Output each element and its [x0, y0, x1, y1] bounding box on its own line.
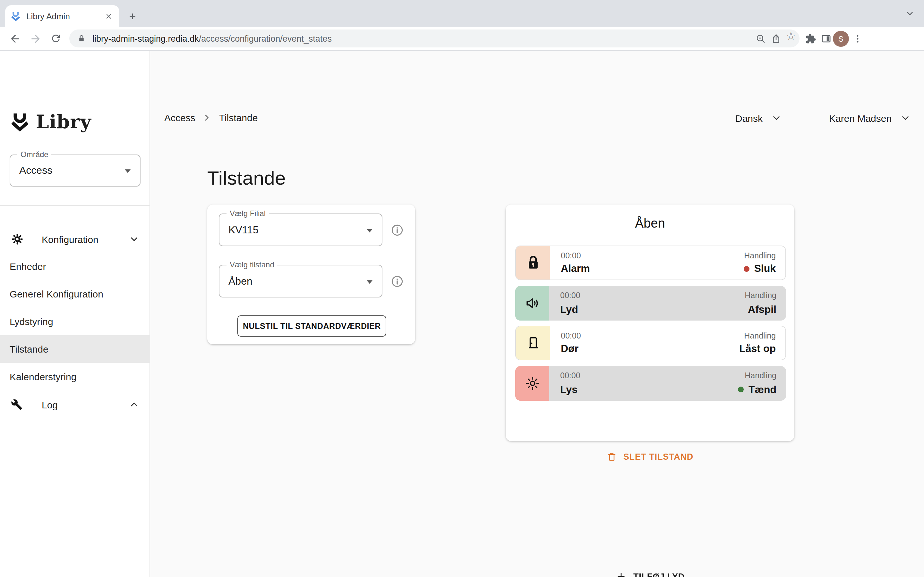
sidebar-item-tilstande[interactable]: Tilstande: [0, 335, 150, 363]
tab-title: Libry Admin: [26, 11, 103, 21]
sidebar-group-log[interactable]: Log: [0, 394, 150, 416]
libry-logo-icon: [9, 112, 31, 131]
state-card: Åben 00:00AlarmHandlingSluk00:00LydHandl…: [506, 205, 795, 441]
action-value: Sluk: [744, 263, 776, 274]
branch-info-icon[interactable]: [390, 223, 404, 237]
event-info: 00:00Lys: [549, 366, 738, 400]
zoom-out-icon[interactable]: [755, 33, 766, 44]
event-time: 00:00: [560, 371, 738, 380]
chevron-down-icon: [771, 112, 782, 124]
sidebar-item-generel-konfiguration[interactable]: Generel Konfiguration: [0, 281, 150, 306]
delete-state-button[interactable]: SLET TILSTAND: [506, 448, 795, 465]
event-rows: 00:00AlarmHandlingSluk00:00LydHandlingAf…: [515, 245, 786, 406]
event-time: 00:00: [561, 332, 739, 340]
language-selector[interactable]: Dansk: [735, 112, 782, 124]
extensions-icon[interactable]: [805, 33, 816, 44]
caret-down-icon: [363, 223, 376, 237]
sidebar-item-kalenderstyring[interactable]: Kalenderstyring: [0, 364, 150, 389]
area-select-value: Access: [19, 165, 52, 176]
tab-close-icon[interactable]: [103, 10, 114, 22]
share-icon[interactable]: [771, 33, 782, 44]
reload-icon[interactable]: [50, 33, 62, 45]
status-dot: [744, 266, 750, 271]
branch-select[interactable]: Vælg Filial KV115: [219, 213, 383, 246]
browser-menu-icon[interactable]: [852, 33, 863, 44]
wrench-icon: [11, 399, 23, 410]
new-tab-icon[interactable]: [124, 8, 140, 24]
branch-select-value: KV115: [228, 224, 258, 235]
action-label: Handling: [745, 291, 776, 300]
event-action: HandlingLåst op: [739, 326, 785, 359]
action-label: Handling: [744, 332, 776, 340]
back-icon[interactable]: [9, 33, 21, 45]
event-time: 00:00: [561, 251, 744, 260]
action-value: Tænd: [738, 384, 776, 395]
tab-search-chevron-icon[interactable]: [905, 8, 915, 19]
url-text[interactable]: libry-admin-staging.redia.dk/access/conf…: [92, 34, 332, 43]
caret-down-icon: [121, 163, 135, 177]
chevron-down-icon: [128, 234, 140, 245]
event-row-lys[interactable]: 00:00LysHandlingTænd: [515, 366, 786, 400]
event-info: 00:00Dør: [550, 326, 739, 359]
lock-icon: [516, 246, 550, 279]
sidebar: Libry Område Access Konfiguration Enhede…: [0, 51, 150, 577]
breadcrumb-access[interactable]: Access: [164, 112, 195, 123]
libry-favicon: [10, 11, 21, 21]
app-content: Libry Område Access Konfiguration Enhede…: [0, 51, 924, 577]
action-value: Låst op: [739, 343, 776, 355]
event-time: 00:00: [560, 291, 745, 300]
reset-defaults-button[interactable]: NULSTIL TIL STANDARDVÆRDIER: [237, 316, 386, 337]
event-name: Dør: [561, 343, 739, 355]
event-row-alarm[interactable]: 00:00AlarmHandlingSluk: [515, 245, 786, 280]
add-sound-button[interactable]: TILFØJ LYD: [506, 567, 795, 577]
event-row-lyd[interactable]: 00:00LydHandlingAfspil: [515, 285, 786, 320]
action-value: Afspil: [748, 303, 776, 315]
filter-card: Vælg Filial KV115 Vælg tilstand Åben NUL…: [207, 205, 415, 344]
libry-logo[interactable]: Libry: [9, 110, 91, 134]
event-action: HandlingSluk: [744, 246, 785, 279]
https-lock-icon: [77, 34, 86, 43]
bookmark-star-icon[interactable]: ☆: [786, 31, 796, 42]
event-name: Lyd: [560, 303, 745, 315]
sun-icon: [515, 366, 549, 400]
chevron-down-icon: [899, 112, 911, 124]
breadcrumb-tilstande: Tilstande: [219, 112, 258, 123]
screen: Libry Admin libry-admin-staging.redia.dk…: [0, 0, 924, 577]
chevron-up-icon: [128, 399, 140, 410]
libry-logo-text: Libry: [36, 111, 91, 133]
event-action: HandlingAfspil: [745, 285, 786, 320]
plus-icon: [615, 571, 627, 577]
event-info: 00:00Alarm: [550, 246, 744, 279]
sidebar-divider: [0, 205, 150, 206]
status-dot: [738, 387, 744, 392]
event-action: HandlingTænd: [738, 366, 786, 400]
forward-icon[interactable]: [29, 33, 42, 45]
area-select[interactable]: Område Access: [10, 155, 141, 187]
page-title: Tilstande: [207, 167, 286, 189]
event-name: Alarm: [561, 263, 744, 274]
user-menu[interactable]: Karen Madsen: [829, 112, 911, 124]
gear-icon: [11, 233, 24, 245]
browser-profile-avatar[interactable]: S: [833, 31, 849, 47]
state-select-label: Vælg tilstand: [226, 260, 278, 269]
event-row-dr[interactable]: 00:00DørHandlingLåst op: [515, 326, 786, 360]
state-info-icon[interactable]: [390, 274, 404, 288]
sidebar-item-enheder[interactable]: Enheder: [0, 253, 150, 279]
action-label: Handling: [744, 251, 776, 260]
speaker-icon: [515, 285, 549, 320]
breadcrumb: Access Tilstande: [164, 112, 258, 123]
state-select[interactable]: Vælg tilstand Åben: [219, 265, 383, 298]
state-select-value: Åben: [228, 276, 252, 287]
sidebar-group-label: Konfiguration: [42, 234, 99, 245]
action-label: Handling: [745, 371, 776, 380]
trash-icon: [607, 451, 618, 462]
event-info: 00:00Lyd: [549, 285, 745, 320]
sidebar-item-lydstyring[interactable]: Lydstyring: [0, 308, 150, 334]
browser-tab[interactable]: Libry Admin: [5, 5, 120, 27]
sidebar-group-konfiguration[interactable]: Konfiguration: [0, 228, 150, 250]
address-bar[interactable]: libry-admin-staging.redia.dk/access/conf…: [69, 29, 800, 47]
chevron-right-icon: [202, 112, 213, 123]
branch-select-label: Vælg Filial: [226, 209, 269, 218]
side-panel-icon[interactable]: [821, 33, 832, 44]
browser-tab-strip: Libry Admin: [0, 0, 924, 27]
